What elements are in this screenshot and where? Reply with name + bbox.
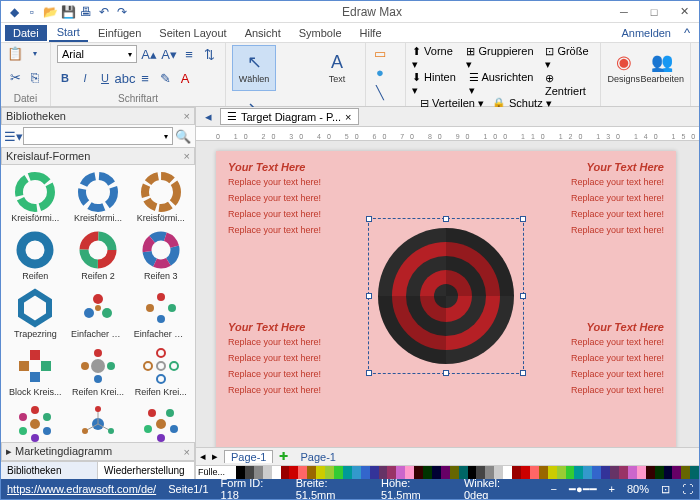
cut-icon[interactable]: ✂ [7,69,23,85]
minimize-button[interactable]: ─ [609,1,639,23]
shape-item[interactable]: Block Kreis... [5,343,66,399]
font-selector[interactable]: Arial▾ [57,45,137,63]
color-swatch[interactable] [664,466,673,479]
menu-start[interactable]: Start [49,24,88,42]
open-icon[interactable]: 📂 [43,5,57,19]
menu-layout[interactable]: Seiten Layout [151,25,234,41]
menu-view[interactable]: Ansicht [237,25,289,41]
print-icon[interactable]: 🖶 [79,5,93,19]
text-tool[interactable]: AText [315,45,359,91]
color-swatch[interactable] [557,466,566,479]
new-icon[interactable]: ▫ [25,5,39,19]
size-btn[interactable]: ⊡ Größe ▾ [545,45,594,71]
send-back[interactable]: ⬇ Hinten ▾ [412,71,461,97]
zoom-out-icon[interactable]: − [550,483,556,495]
bold-icon[interactable]: B [57,70,73,86]
page-prev-icon[interactable]: ◂ [200,450,206,463]
shape-item[interactable]: Einfacher K... [68,285,129,341]
tab-close-icon[interactable]: × [345,111,351,123]
group-btn[interactable]: ⊞ Gruppieren ▾ [466,45,537,71]
shape-item[interactable]: Reifen Krei... [130,343,191,399]
shape-item[interactable]: Kreisförmi... [130,169,191,225]
color-swatch[interactable] [655,466,664,479]
font-color-icon[interactable]: A [177,70,193,86]
menu-help[interactable]: Hilfe [352,25,390,41]
designs-button[interactable]: ◉Designs [607,45,640,91]
resize-handle[interactable] [443,216,449,222]
shape-item[interactable]: Einfacher K... [130,285,191,341]
shape-item[interactable]: Divergiere... [68,401,129,442]
color-swatch[interactable] [539,466,548,479]
dropdown-icon[interactable]: ▾ [27,45,43,61]
add-page-icon[interactable]: ✚ [279,450,288,463]
color-swatch[interactable] [619,466,628,479]
page-next-icon[interactable]: ▸ [212,450,218,463]
save-icon[interactable]: 💾 [61,5,75,19]
shape-circle-icon[interactable]: ● [372,65,388,81]
color-swatch[interactable] [646,466,655,479]
resize-handle[interactable] [366,216,372,222]
section-close-icon[interactable]: × [184,150,190,162]
shape-item[interactable]: Trapezring [5,285,66,341]
color-swatch[interactable] [610,466,619,479]
color-swatch[interactable] [530,466,539,479]
login-link[interactable]: Anmelden [621,27,677,39]
canvas[interactable]: Your Text Here Replace your text here!Re… [196,141,699,447]
shape-item[interactable]: Divergiere... [5,401,66,442]
color-swatch[interactable] [370,466,379,479]
page-tab-2[interactable]: Page-1 [294,451,341,463]
bring-front[interactable]: ⬆ Vorne ▾ [412,45,458,71]
edit-button[interactable]: 👥Bearbeiten [640,45,684,91]
shape-item[interactable]: Reifen [5,227,66,283]
center-btn[interactable]: ⊕ Zentriert [545,72,594,97]
align-left-icon[interactable]: ≡ [137,70,153,86]
strike-icon[interactable]: abc [117,70,133,86]
library-close-icon[interactable]: × [184,110,190,122]
shape-line-icon[interactable]: ╲ [372,84,388,100]
resize-handle[interactable] [366,293,372,299]
color-swatch[interactable] [583,466,592,479]
underline-icon[interactable]: U [97,70,113,86]
undo-icon[interactable]: ↶ [97,5,111,19]
color-swatch[interactable] [637,466,646,479]
menu-insert[interactable]: Einfügen [90,25,149,41]
resize-handle[interactable] [520,216,526,222]
marketing-section[interactable]: Marketingdiagramm [15,445,112,457]
color-swatch[interactable] [566,466,575,479]
italic-icon[interactable]: I [77,70,93,86]
shape-item[interactable]: Reifen 2 [68,227,129,283]
shape-item[interactable]: Kreisförmi... [68,169,129,225]
ribbon-toggle-icon[interactable]: ^ [679,25,695,41]
color-swatch[interactable] [574,466,583,479]
document-tab[interactable]: ☰Target Diagram - P...× [220,108,359,125]
search-input[interactable]: ▾ [23,127,173,145]
color-swatch[interactable] [672,466,681,479]
font-shrink-icon[interactable]: A▾ [161,46,177,62]
resize-handle[interactable] [366,370,372,376]
close-button[interactable]: ✕ [669,1,699,23]
menu-file[interactable]: Datei [5,25,47,41]
bullets-icon[interactable]: ≡ [181,46,197,62]
color-swatch[interactable] [592,466,601,479]
select-tool[interactable]: ↖Wählen [232,45,276,91]
tab-restore[interactable]: Wiederherstellung [98,462,195,479]
maximize-button[interactable]: □ [639,1,669,23]
color-swatch[interactable] [601,466,610,479]
text-heading[interactable]: Your Text Here [228,161,378,173]
color-swatch[interactable] [628,466,637,479]
shape-item[interactable]: Kreisförmi... [5,169,66,225]
paste-icon[interactable]: 📋 [7,45,23,61]
zoom-slider[interactable]: ━●━━ [569,483,597,496]
lib-menu-icon[interactable]: ☰▾ [5,128,21,144]
menu-symbols[interactable]: Symbole [291,25,350,41]
status-url[interactable]: https://www.edrawsoft.com/de/ [7,483,156,495]
copy-icon[interactable]: ⎘ [27,69,43,85]
shape-item[interactable]: Divergiere... [130,401,191,442]
fullscreen-icon[interactable]: ⛶ [682,483,693,495]
redo-icon[interactable]: ↷ [115,5,129,19]
resize-handle[interactable] [520,293,526,299]
align-btn[interactable]: ☰ Ausrichten ▾ [469,71,537,97]
tab-libraries[interactable]: Bibliotheken [1,462,98,479]
page-tab-1[interactable]: Page-1 [224,450,273,463]
highlight-icon[interactable]: ✎ [157,70,173,86]
